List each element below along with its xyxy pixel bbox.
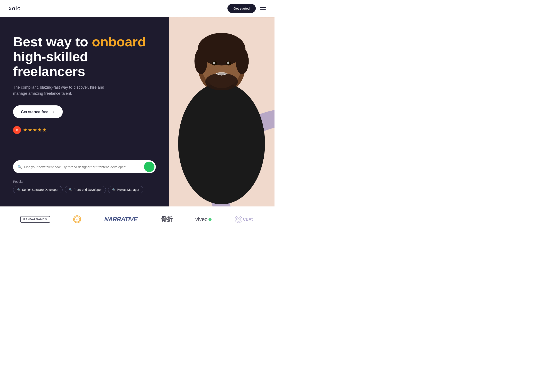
- logo-cbat: CBAt: [235, 215, 254, 223]
- get-started-button[interactable]: Get started: [227, 4, 256, 13]
- svg-point-16: [77, 219, 77, 220]
- logo-graffiti: 骨折: [161, 215, 172, 224]
- svg-point-12: [213, 62, 215, 64]
- hamburger-line-1: [260, 7, 266, 8]
- tag-search-icon-2: 🔍: [69, 188, 72, 191]
- hero-subheading: The compliant, blazing-fast way to disco…: [13, 84, 105, 97]
- svg-point-8: [236, 48, 249, 74]
- svg-point-14: [217, 72, 226, 75]
- popular-label: Popular: [13, 178, 23, 183]
- svg-point-15: [75, 217, 80, 222]
- logo-bandai-namco: BANDAI NAMCO: [20, 216, 50, 223]
- get-started-free-label: Get started free: [21, 110, 48, 114]
- g2-icon: G: [16, 128, 18, 132]
- hamburger-line-2: [260, 9, 266, 10]
- popular-row: Popular 🔍 Senior Software Developer 🔍 Fr…: [13, 178, 156, 193]
- logo-viveo: viveo: [195, 216, 211, 222]
- svg-point-9: [205, 73, 238, 90]
- logo-upsteam: [73, 215, 81, 223]
- heading-highlight: onboard: [92, 34, 146, 49]
- svg-point-17: [235, 216, 242, 223]
- star-rating: ★★★★★: [23, 127, 47, 133]
- logo-narrative: NARRATIVE: [104, 216, 137, 223]
- rating-row: G ★★★★★: [13, 126, 156, 134]
- get-started-free-button[interactable]: Get started free →: [13, 105, 63, 118]
- svg-point-13: [227, 62, 229, 64]
- arrow-icon: →: [50, 109, 55, 114]
- person-illustration: [169, 17, 274, 206]
- hero-section: Best way to onboard high-skilled freelan…: [0, 17, 274, 206]
- search-bar: 🔍 →: [13, 160, 156, 173]
- upsteam-logo: [73, 215, 81, 223]
- bandai-namco-logo: BANDAI NAMCO: [20, 216, 50, 223]
- viveo-logo-text: viveo: [195, 216, 211, 222]
- search-input[interactable]: [24, 165, 142, 169]
- cbat-logo-text: CBAt: [235, 215, 254, 223]
- search-section: 🔍 → Popular 🔍 Senior Software Developer …: [13, 160, 156, 193]
- svg-text:CBAt: CBAt: [243, 217, 253, 222]
- hero-right: [169, 17, 274, 206]
- tag-frontend-developer[interactable]: 🔍 Front-end Developer: [65, 186, 106, 193]
- svg-point-7: [194, 48, 207, 74]
- logo: xolo: [9, 5, 21, 12]
- nav-right: Get started: [227, 4, 266, 13]
- popular-tags: 🔍 Senior Software Developer 🔍 Front-end …: [13, 186, 143, 193]
- svg-point-19: [238, 218, 239, 220]
- tag-search-icon-3: 🔍: [112, 188, 116, 191]
- search-icon: 🔍: [17, 165, 22, 169]
- viveo-dot: [209, 218, 211, 221]
- cbat-icon: CBAt: [235, 215, 254, 223]
- heading-part1: Best way to: [13, 34, 92, 49]
- hero-image: [169, 17, 274, 206]
- narrative-logo-text: NARRATIVE: [104, 216, 137, 223]
- svg-point-18: [236, 217, 241, 222]
- hero-heading: Best way to onboard high-skilled freelan…: [13, 35, 156, 79]
- tag-label-2: Front-end Developer: [74, 188, 102, 191]
- tag-senior-software-developer[interactable]: 🔍 Senior Software Developer: [13, 186, 63, 193]
- hamburger-menu-button[interactable]: [260, 7, 266, 10]
- tag-project-manager[interactable]: 🔍 Project Manager: [108, 186, 144, 193]
- search-submit-button[interactable]: →: [144, 161, 155, 172]
- navbar: xolo Get started: [0, 0, 274, 17]
- search-arrow-icon: →: [147, 164, 151, 169]
- graffiti-logo-text: 骨折: [161, 215, 172, 224]
- tag-label-1: Senior Software Developer: [22, 188, 58, 191]
- upsteam-icon: [74, 216, 80, 222]
- tag-label-3: Project Manager: [117, 188, 140, 191]
- svg-point-4: [178, 83, 265, 204]
- g2-badge: G: [13, 126, 21, 134]
- hero-left: Best way to onboard high-skilled freelan…: [0, 17, 169, 206]
- heading-part2: high-skilled freelancers: [13, 49, 88, 79]
- logos-section: BANDAI NAMCO NARRATIVE 骨折 viveo CBAt: [0, 206, 274, 232]
- tag-search-icon-1: 🔍: [17, 188, 21, 191]
